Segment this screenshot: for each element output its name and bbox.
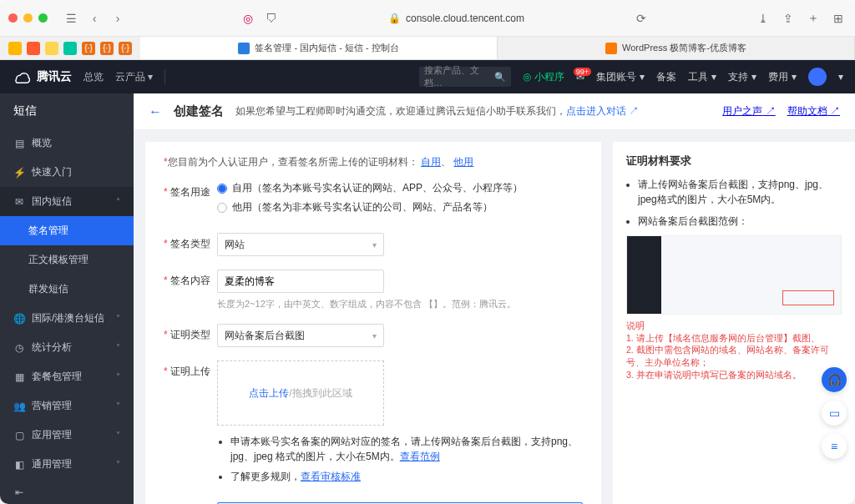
sidebar-item-packages[interactable]: ▦套餐包管理˅ [0,362,134,391]
form-panel: *您目前为个人认证用户，查看签名所需上传的证明材料： 自用、 他用 签名用途 自… [145,142,601,504]
window-close[interactable] [8,13,18,23]
fees[interactable]: 费用 ▾ [768,70,797,84]
nav-products[interactable]: 云产品 ▾ [115,70,153,84]
signature-content-input[interactable] [217,270,384,293]
back-button[interactable]: ← [149,104,162,119]
user-voice-link[interactable]: 用户之声 ↗ [722,104,775,118]
radio-other[interactable]: 他用（签名为非本账号实名认证的公司、网站、产品名等） [217,200,583,214]
sidebar-item-intl[interactable]: 🌐国际/港澳台短信˅ [0,304,134,333]
content-help: 长度为2~12字，由中英文、数字组成，内容不包含 【】。范例：腾讯云。 [217,298,583,310]
favorite-icon[interactable] [63,42,77,55]
sidebar-item-signature[interactable]: 签名管理 [0,216,134,245]
upload-note: 申请本账号实名备案的网站对应的签名，请上传网站备案后台截图，支持png、jpg、… [230,434,583,464]
sidebar-item-stats[interactable]: ◷统计分析˅ [0,333,134,362]
favorite-icon[interactable]: {·} [119,42,132,55]
chevron-down-icon: ˅ [116,460,120,469]
tracker-icon[interactable]: ◎ [240,10,256,27]
search-icon: 🔍 [494,72,506,83]
note-line: 2. 截图中需包含网站的域名、网站名称、备案许可号、主办单位名称； [626,344,842,368]
tools[interactable]: 工具 ▾ [688,70,716,84]
nav-back-icon[interactable]: ‹ [86,10,103,27]
nav-fwd-icon[interactable]: › [109,10,126,27]
notes-title: 说明 [626,320,842,332]
upload-note: 了解更多规则，查看审核标准 [230,469,583,484]
avatar[interactable] [808,68,827,86]
favorite-icon[interactable] [8,42,22,55]
browser-tab[interactable]: 签名管理 - 国内短信 - 短信 - 控制台 [140,37,498,59]
chevron-down-icon: ▾ [372,240,377,249]
user-menu-chevron[interactable]: ▾ [838,71,843,83]
form-tip: *您目前为个人认证用户，查看签名所需上传的证明材料： 自用、 他用 [164,155,583,169]
group-account[interactable]: 集团账号 ▾ [596,70,645,84]
req-item: 网站备案后台截图范例： [638,214,842,229]
sidebar-item-quickstart[interactable]: ⚡快速入门 [0,158,134,187]
req-title: 证明材料要求 [626,154,842,169]
beian[interactable]: 备案 [656,70,676,84]
docs-button[interactable]: ▭ [822,401,847,426]
mini-program[interactable]: ◎ 小程序 [523,70,564,84]
nav-overview[interactable]: 总览 [83,70,104,84]
globe-icon: 🌐 [13,313,25,325]
messages[interactable]: ✉99+ [576,71,584,83]
favorite-icon[interactable]: {·} [82,42,95,55]
tip-self-link[interactable]: 自用 [421,156,441,168]
bolt-icon: ⚡ [13,167,25,179]
sidebar-item-overview[interactable]: ▤概览 [0,129,134,158]
settings-icon: ◧ [13,459,25,471]
tip-other-link[interactable]: 他用 [453,156,473,168]
share-icon[interactable]: ⇪ [780,10,797,27]
tab-label: WordPress 极简博客-优质博客 [622,42,746,54]
view-rules-link[interactable]: 查看审核标准 [301,471,361,482]
radio-off-icon [217,203,227,213]
support[interactable]: 支持 ▾ [728,70,756,84]
reload-icon[interactable]: ⟳ [633,10,650,27]
note-line: 1. 请上传【域名信息服务网的后台管理】截图、 [626,332,842,345]
search-input[interactable]: 搜索产品、文档… 🔍 [419,67,511,87]
sidebar: 短信 ▤概览 ⚡快速入门 ✉国内短信˄ 签名管理 正文模板管理 群发短信 🌐国际… [0,93,134,504]
sidebar-item-general[interactable]: ◧通用管理˅ [0,450,134,479]
radio-on-icon [217,184,227,194]
window-minimize[interactable] [23,13,33,23]
page-desc: 如果您希望与工程师即时沟通交流，欢迎通过腾讯云短信小助手联系我们，点击进入对话 … [235,104,639,118]
sidebar-item-apps[interactable]: ▢应用管理˅ [0,421,134,450]
menu-button[interactable]: ≡ [822,434,847,459]
tab-label: 签名管理 - 国内短信 - 短信 - 控制台 [255,42,398,54]
sidebar-item-marketing[interactable]: 👥营销管理˅ [0,391,134,421]
help-doc-link[interactable]: 帮助文档 ↗ [787,104,840,118]
chevron-down-icon: ˅ [116,431,120,440]
brand-logo[interactable]: 腾讯云 [12,68,72,86]
sidebar-item-template[interactable]: 正文模板管理 [0,245,134,275]
address-bar[interactable]: 🔒 console.cloud.tencent.com [286,13,626,24]
new-tab-icon[interactable]: ＋ [805,10,822,27]
shield-icon[interactable]: ⛉ [263,10,280,27]
page-title: 创建签名 [174,103,224,119]
chevron-down-icon: ˅ [116,372,120,381]
label-purpose: 签名用途 [164,181,217,199]
favorite-icon[interactable] [27,42,40,55]
tab-overview-icon[interactable]: ⊞ [830,10,847,27]
users-icon: 👥 [13,401,25,412]
browser-tab[interactable]: WordPress 极简博客-优质博客 [498,37,855,59]
window-zoom[interactable] [38,13,48,23]
mail-icon: ✉ [13,196,25,208]
sidebar-item-domestic[interactable]: ✉国内短信˄ [0,187,134,216]
favorite-icon[interactable] [45,42,58,55]
sidebar-toggle-icon[interactable]: ☰ [63,10,79,27]
favorite-icon[interactable]: {·} [100,42,114,55]
proof-type-select[interactable]: 网站备案后台截图▾ [217,324,384,347]
package-icon: ▦ [13,371,25,383]
url-host: console.cloud.tencent.com [406,13,524,24]
example-screenshot [626,235,842,315]
radio-self[interactable]: 自用（签名为本账号实名认证的网站、APP、公众号、小程序等） [217,181,583,195]
view-example-link[interactable]: 查看范例 [400,451,440,462]
label-type: 签名类型 [164,233,217,251]
signature-type-select[interactable]: 网站▾ [217,233,384,256]
download-icon[interactable]: ⤓ [755,10,772,27]
sidebar-collapse[interactable]: ⇤ [0,479,134,504]
chevron-down-icon: ˅ [116,314,120,323]
upload-dropzone[interactable]: 点击上传/拖拽到此区域 [217,360,384,426]
support-chat-button[interactable]: 🎧 [822,367,847,392]
wordpress-icon [605,43,617,54]
sidebar-item-batch[interactable]: 群发短信 [0,275,134,304]
enter-chat-link[interactable]: 点击进入对话 ↗ [566,105,639,117]
